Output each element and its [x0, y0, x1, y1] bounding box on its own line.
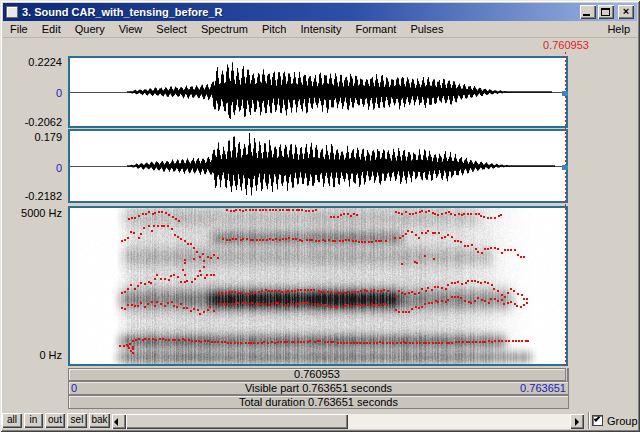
wave1-ymin-label: -0.2062 — [0, 116, 62, 128]
left-arrow-icon — [114, 418, 118, 426]
menu-pulses[interactable]: Pulses — [403, 21, 450, 37]
menu-formant[interactable]: Formant — [348, 21, 403, 37]
zoom-sel-button[interactable]: sel — [67, 413, 87, 428]
scrollbar-right-arrow[interactable] — [570, 414, 584, 429]
menu-edit[interactable]: Edit — [35, 21, 68, 37]
wave2-ymin-label: -0.2182 — [0, 190, 62, 202]
wave2-zero-label: 0 — [0, 162, 62, 174]
cursor-time-label: 0.760953 — [543, 39, 589, 51]
visible-start-value: 0 — [71, 382, 77, 394]
menu-select[interactable]: Select — [149, 21, 194, 37]
title-bar: 3. Sound CAR_with_tensing_before_R × — [3, 3, 637, 21]
spectrogram-panel[interactable] — [68, 206, 568, 366]
menu-pitch[interactable]: Pitch — [255, 21, 293, 37]
visible-part-label: Visible part 0.763651 seconds — [69, 382, 568, 394]
toolbar-separator — [588, 412, 589, 429]
check-icon — [594, 415, 600, 421]
menu-intensity[interactable]: Intensity — [293, 21, 348, 37]
group-checkbox[interactable] — [592, 415, 603, 426]
window-title: 3. Sound CAR_with_tensing_before_R — [22, 6, 222, 18]
menu-file[interactable]: File — [3, 21, 35, 37]
app-icon — [6, 6, 18, 18]
cursor-play-bar[interactable]: 0.760953 — [68, 368, 566, 381]
scrollbar-thumb[interactable] — [126, 414, 348, 429]
menu-query[interactable]: Query — [68, 21, 112, 37]
cursor-play-bar-label: 0.760953 — [69, 369, 565, 380]
wave2-zero-marker — [562, 165, 568, 170]
zoom-back-button[interactable]: bak — [89, 413, 110, 428]
wave2-ymax-label: 0.179 — [0, 131, 62, 143]
praat-sound-editor-window: 3. Sound CAR_with_tensing_before_R × Fil… — [0, 0, 640, 432]
wave1-zero-label: 0 — [0, 87, 62, 99]
minimize-button[interactable] — [580, 5, 596, 19]
time-scrollbar[interactable] — [112, 414, 584, 429]
menu-spectrum[interactable]: Spectrum — [194, 21, 255, 37]
total-duration-label: Total duration 0.763651 seconds — [69, 396, 568, 408]
waveform-canvas-2[interactable] — [70, 131, 566, 201]
minimize-icon — [583, 14, 590, 16]
menu-help[interactable]: Help — [600, 21, 637, 37]
cursor-play-bar-remainder[interactable] — [567, 368, 569, 381]
menu-bar: File Edit Query View Select Spectrum Pit… — [3, 21, 637, 38]
scrollbar-left-arrow[interactable] — [112, 414, 126, 429]
waveform-panel-2[interactable] — [68, 129, 568, 203]
spec-ymin-label: 0 Hz — [0, 349, 62, 361]
zoom-in-button[interactable]: in — [24, 413, 43, 428]
right-arrow-icon — [575, 418, 579, 426]
spec-ymax-label: 5000 Hz — [0, 207, 62, 219]
total-duration-bar[interactable]: Total duration 0.763651 seconds — [68, 395, 569, 409]
maximize-icon — [601, 8, 610, 16]
visible-part-bar[interactable]: 0 Visible part 0.763651 seconds 0.763651 — [68, 381, 569, 395]
waveform-canvas-1[interactable] — [70, 58, 566, 126]
wave1-ymax-label: 0.2224 — [0, 56, 62, 68]
cursor-line — [565, 52, 566, 368]
maximize-button[interactable] — [598, 5, 614, 19]
menu-view[interactable]: View — [112, 21, 150, 37]
group-checkbox-label: Group — [607, 414, 638, 428]
zoom-all-button[interactable]: all — [2, 413, 22, 428]
visible-end-value: 0.763651 — [520, 382, 566, 394]
wave1-zero-marker — [562, 91, 568, 96]
waveform-panel-1[interactable] — [68, 56, 568, 128]
spectrogram-canvas[interactable] — [70, 208, 566, 364]
close-button[interactable]: × — [618, 5, 634, 19]
zoom-out-button[interactable]: out — [45, 413, 65, 428]
